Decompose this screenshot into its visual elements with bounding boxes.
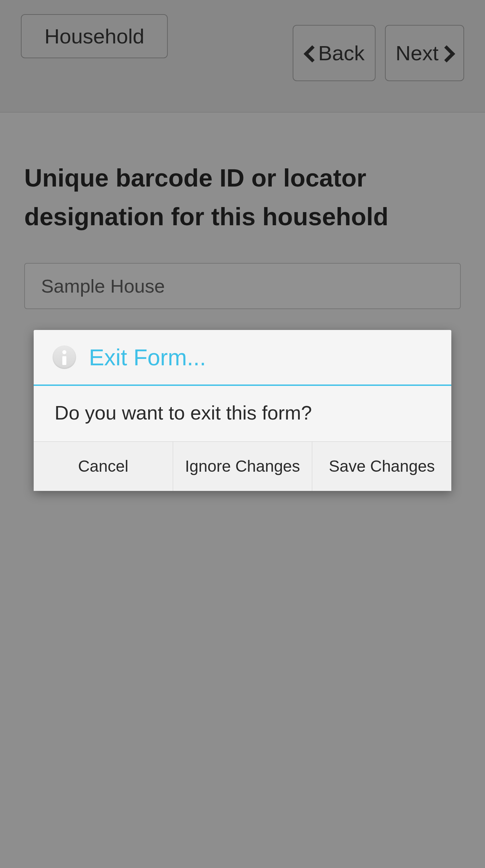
ignore-changes-button[interactable]: Ignore Changes bbox=[173, 442, 312, 491]
ignore-changes-button-label: Ignore Changes bbox=[185, 457, 300, 475]
modal-overlay[interactable]: Exit Form... Do you want to exit this fo… bbox=[0, 0, 485, 868]
cancel-button[interactable]: Cancel bbox=[34, 442, 173, 491]
cancel-button-label: Cancel bbox=[78, 457, 128, 475]
dialog-header: Exit Form... bbox=[34, 330, 451, 386]
exit-form-dialog: Exit Form... Do you want to exit this fo… bbox=[34, 330, 451, 491]
save-changes-button[interactable]: Save Changes bbox=[312, 442, 451, 491]
dialog-actions: Cancel Ignore Changes Save Changes bbox=[34, 442, 451, 491]
info-icon bbox=[53, 345, 76, 369]
dialog-title: Exit Form... bbox=[89, 344, 206, 370]
save-changes-button-label: Save Changes bbox=[329, 457, 435, 475]
dialog-message: Do you want to exit this form? bbox=[34, 386, 451, 442]
